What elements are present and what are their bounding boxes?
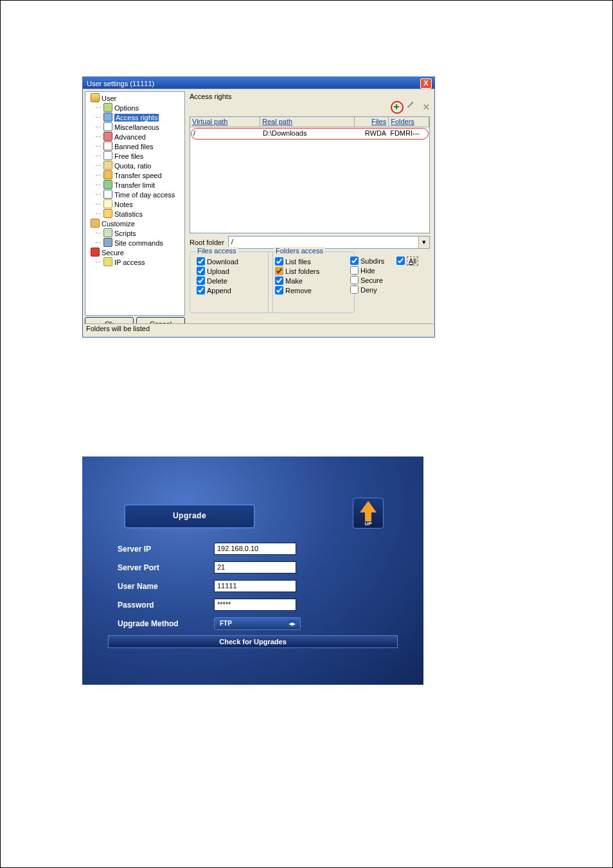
- tree-sitecmds[interactable]: Site commands: [114, 239, 163, 247]
- tree-user[interactable]: User: [102, 95, 116, 102]
- root-folder-label: Root folder: [190, 239, 224, 246]
- tree-time[interactable]: Time of day access: [114, 191, 175, 199]
- secure-icon: [91, 248, 100, 257]
- list-files-checkbox[interactable]: List files: [275, 257, 349, 266]
- upgrade-panel: Upgrade UP Server IP 192.168.0.10 Server…: [82, 457, 423, 685]
- banned-icon: [103, 141, 112, 150]
- all-checkbox[interactable]: All: [396, 257, 418, 265]
- quota-icon: [103, 161, 112, 170]
- edit-icon[interactable]: [407, 102, 419, 113]
- tree-customize[interactable]: Customize: [102, 220, 135, 228]
- tree-speed[interactable]: Transfer speed: [114, 172, 162, 179]
- delete-checkbox[interactable]: Delete: [197, 276, 267, 285]
- tree-limit[interactable]: Transfer limit: [114, 181, 155, 189]
- hide-checkbox[interactable]: Hide: [350, 266, 384, 275]
- upgrade-method-select[interactable]: FTP ◂▸: [214, 617, 301, 630]
- server-ip-input[interactable]: 192.168.0.10: [214, 543, 296, 555]
- root-folder-value: /: [231, 238, 233, 246]
- tree-scripts[interactable]: Scripts: [114, 230, 136, 237]
- tree-banned[interactable]: Banned files: [114, 143, 154, 150]
- cell-vp: /: [191, 129, 261, 139]
- user-name-label: User Name: [118, 582, 214, 591]
- append-checkbox[interactable]: Append: [197, 286, 267, 294]
- upgrade-button[interactable]: Upgrade: [124, 504, 255, 529]
- access-rights-list[interactable]: Virtual path Real path Files Folders / D…: [190, 116, 430, 233]
- access-rights-panel: Access rights ✕ Virtual path Real path F…: [187, 91, 432, 323]
- close-icon[interactable]: X: [420, 78, 432, 89]
- site-commands-icon: [103, 238, 112, 247]
- table-row[interactable]: / D:\Downloads RWDA FDMRI---: [191, 128, 429, 140]
- section-label: Access rights: [190, 93, 432, 100]
- col-virtual-path[interactable]: Virtual path: [190, 117, 260, 127]
- upgrade-method-label: Upgrade Method: [118, 619, 214, 628]
- check-for-upgrades-button[interactable]: Check for Upgrades: [108, 635, 398, 648]
- all-label: All: [407, 257, 418, 266]
- chevron-down-icon[interactable]: ▾: [418, 237, 429, 248]
- col-real-path[interactable]: Real path: [260, 117, 355, 127]
- up-icon-label: UP: [353, 521, 383, 527]
- notes-icon: [103, 199, 112, 208]
- delete-icon[interactable]: ✕: [423, 104, 430, 111]
- title-text: User settings (11111): [87, 80, 154, 87]
- status-bar: Folders will be listed: [84, 323, 434, 336]
- add-icon[interactable]: [391, 101, 404, 114]
- files-access-group: Files access Download Upload Delete Appe…: [190, 251, 273, 313]
- deny-checkbox[interactable]: Deny: [350, 285, 384, 294]
- tree-misc[interactable]: Miscellaneous: [114, 123, 159, 131]
- server-port-input[interactable]: 21: [214, 561, 296, 574]
- tree-options[interactable]: Options: [114, 104, 139, 112]
- tree-stats[interactable]: Statistics: [114, 210, 143, 218]
- free-icon: [103, 151, 112, 160]
- col-folders[interactable]: Folders: [389, 117, 429, 127]
- root-folder-select[interactable]: / ▾: [228, 236, 430, 249]
- tree-notes[interactable]: Notes: [114, 201, 133, 208]
- stats-icon: [103, 209, 112, 218]
- upload-checkbox[interactable]: Upload: [197, 267, 267, 275]
- cell-files: RWDA: [355, 129, 388, 139]
- folders-access-group: Folders access List files List folders M…: [268, 251, 355, 313]
- password-input[interactable]: *****: [214, 599, 296, 611]
- nav-tree[interactable]: User Options Access rights Miscellaneous…: [85, 91, 185, 316]
- advanced-icon: [103, 132, 112, 141]
- user-settings-dialog: User settings (11111) X User Options Acc…: [82, 77, 435, 338]
- upgrade-arrow-icon: UP: [353, 498, 384, 529]
- cell-folders: FDMRI---: [388, 129, 428, 139]
- make-checkbox[interactable]: Make: [275, 276, 349, 285]
- user-icon: [91, 93, 100, 102]
- server-ip-label: Server IP: [118, 545, 214, 554]
- tree-ip-access[interactable]: IP access: [114, 258, 145, 266]
- folders-access-title: Folders access: [274, 247, 325, 255]
- password-label: Password: [118, 601, 214, 610]
- files-access-title: Files access: [195, 247, 238, 255]
- secure-checkbox[interactable]: Secure: [350, 276, 384, 284]
- server-port-label: Server Port: [118, 563, 214, 572]
- download-checkbox[interactable]: Download: [197, 257, 267, 266]
- tree-quota[interactable]: Quota, ratio: [114, 162, 151, 170]
- remove-checkbox[interactable]: Remove: [275, 286, 349, 294]
- limit-icon: [103, 180, 112, 189]
- misc-icon: [103, 122, 112, 131]
- ip-access-icon: [103, 257, 112, 266]
- left-right-icon[interactable]: ◂▸: [287, 620, 298, 628]
- cell-rp: D:\Downloads: [261, 129, 355, 139]
- tree-secure[interactable]: Secure: [102, 249, 124, 257]
- upgrade-method-value: FTP: [220, 620, 232, 627]
- customize-icon: [91, 219, 100, 228]
- col-files[interactable]: Files: [355, 117, 389, 127]
- user-name-input[interactable]: 11111: [214, 580, 296, 592]
- tree-advanced[interactable]: Advanced: [114, 133, 146, 141]
- list-folders-checkbox[interactable]: List folders: [275, 267, 349, 275]
- titlebar[interactable]: User settings (11111) X: [83, 77, 434, 89]
- time-icon: [103, 190, 112, 199]
- scripts-icon: [103, 228, 112, 237]
- options-icon: [103, 103, 112, 112]
- tree-access-rights[interactable]: Access rights: [114, 114, 159, 122]
- folder-flags: Subdirs Hide Secure Deny: [350, 255, 384, 295]
- speed-icon: [103, 170, 112, 179]
- tree-free[interactable]: Free files: [114, 152, 143, 160]
- access-rights-icon: [103, 113, 112, 122]
- subdirs-checkbox[interactable]: Subdirs: [350, 257, 384, 265]
